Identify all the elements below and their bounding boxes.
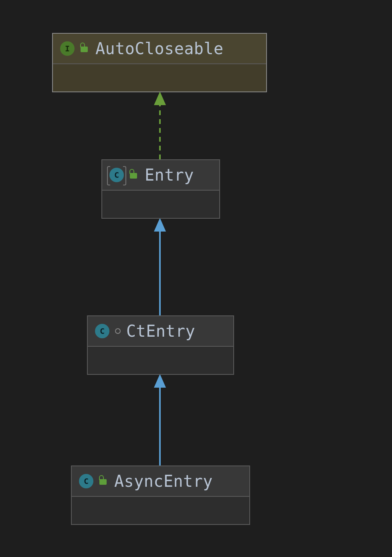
node-header: I AutoCloseable <box>53 34 266 64</box>
node-title: Entry <box>145 166 194 184</box>
public-lock-icon <box>80 43 90 54</box>
node-body <box>102 191 219 218</box>
class-icon: C <box>95 324 109 338</box>
package-visibility-icon <box>115 328 121 334</box>
node-title: AutoCloseable <box>95 39 224 58</box>
public-lock-icon <box>129 170 139 180</box>
node-header: C CtEntry <box>88 316 233 347</box>
node-body <box>88 347 233 374</box>
implements-arrowhead <box>154 91 166 105</box>
node-body <box>53 64 266 91</box>
node-ctentry[interactable]: C CtEntry <box>87 315 234 375</box>
extends-arrowhead <box>154 218 166 232</box>
node-title: CtEntry <box>126 322 195 340</box>
interface-icon: I <box>60 41 75 56</box>
node-entry[interactable]: C Entry <box>101 159 220 219</box>
node-header: C Entry <box>102 160 219 191</box>
extends-arrowhead <box>154 374 166 388</box>
node-title: AsyncEntry <box>114 472 213 490</box>
public-lock-icon <box>99 476 109 486</box>
class-abstract-icon: C <box>109 168 124 182</box>
node-body <box>72 497 249 524</box>
class-icon: C <box>79 474 93 488</box>
node-header: C AsyncEntry <box>72 466 249 497</box>
node-asyncentry[interactable]: C AsyncEntry <box>71 466 250 525</box>
node-autocloseable[interactable]: I AutoCloseable <box>52 33 267 92</box>
diagram-canvas[interactable]: I AutoCloseable C Entry <box>0 0 392 557</box>
